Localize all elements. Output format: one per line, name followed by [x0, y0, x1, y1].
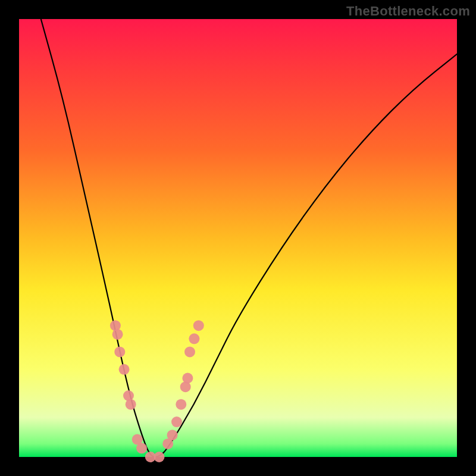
highlight-marker	[114, 346, 125, 357]
curve-svg	[19, 19, 457, 457]
highlight-marker	[184, 346, 195, 357]
highlight-marker	[154, 452, 165, 462]
highlight-marker	[119, 364, 130, 375]
highlight-marker	[189, 333, 199, 344]
highlight-markers	[110, 320, 204, 462]
chart-frame: TheBottleneck.com	[0, 0, 476, 476]
highlight-marker	[136, 443, 147, 453]
highlight-marker	[193, 320, 204, 331]
highlight-marker	[112, 329, 123, 340]
highlight-marker	[176, 399, 186, 410]
watermark-text: TheBottleneck.com	[346, 4, 470, 19]
highlight-marker	[182, 373, 193, 384]
bottleneck-curve	[41, 19, 457, 457]
highlight-marker	[126, 399, 136, 410]
plot-area	[19, 19, 457, 457]
highlight-marker	[171, 416, 182, 427]
highlight-marker	[167, 430, 178, 440]
